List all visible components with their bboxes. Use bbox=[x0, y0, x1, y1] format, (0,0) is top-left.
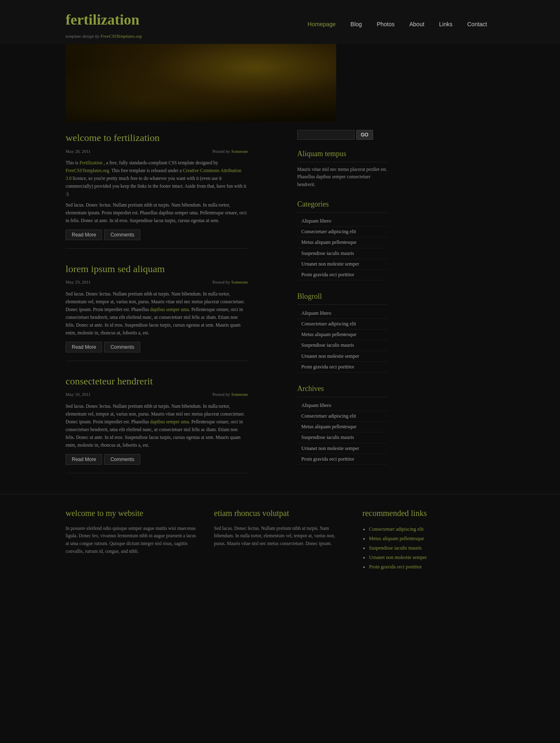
post-3-read-more[interactable]: Read More bbox=[66, 454, 102, 465]
list-item: Consectetuer adipiscing elit bbox=[297, 411, 387, 422]
footer-widgets: welcome to my website In posuere eleifen… bbox=[0, 494, 560, 584]
list-item: Metus aliquam pellentesque bbox=[297, 329, 387, 340]
archives-title: Archives bbox=[297, 383, 387, 397]
site-subtitle-link[interactable]: FreeCSSTemplates.org bbox=[100, 34, 142, 39]
search-input[interactable] bbox=[297, 130, 355, 140]
footer-col1-title: welcome to my website bbox=[66, 507, 198, 520]
freecss-link[interactable]: FreeCSSTemplates.org bbox=[66, 168, 109, 173]
nav-contact[interactable]: Contact bbox=[460, 16, 494, 32]
post-3-author: Posted by Someone bbox=[212, 391, 248, 398]
post-2: lorem ipsum sed aliquam May 29, 2011 Pos… bbox=[66, 261, 248, 361]
header: fertilization template design by FreeCSS… bbox=[0, 0, 560, 44]
post-1-body: This is Fertilization , a free, fully st… bbox=[66, 159, 248, 225]
post-1: welcome to fertilization May 28, 2011 Po… bbox=[66, 130, 248, 249]
post-1-actions: Read More Comments bbox=[66, 229, 248, 240]
post-1-meta: May 28, 2011 Posted by Someone bbox=[66, 148, 248, 155]
post-1-comments[interactable]: Comments bbox=[104, 229, 140, 240]
list-item: Suspendisse iaculis mauris bbox=[297, 340, 387, 351]
post-1-read-more[interactable]: Read More bbox=[66, 229, 102, 240]
archives-list: Aliquam libero Consectetuer adipiscing e… bbox=[297, 400, 387, 465]
post-1-date: May 28, 2011 bbox=[66, 148, 91, 155]
search-widget: GO bbox=[297, 130, 387, 140]
nav-links[interactable]: Links bbox=[432, 16, 460, 32]
footer-col-2: etiam rhoncus volutpat Sed lacus. Donec … bbox=[214, 507, 346, 572]
footer-col1-text: In posuere eleifend odio quisque semper … bbox=[66, 525, 198, 556]
list-item: Aliquam libero bbox=[297, 216, 387, 227]
post-3: consecteteur hendrerit May 10, 2011 Post… bbox=[66, 373, 248, 473]
post-2-title: lorem ipsum sed aliquam bbox=[66, 261, 248, 277]
dapibus-link-2[interactable]: dapibus semper uma bbox=[150, 307, 189, 312]
post-3-comments[interactable]: Comments bbox=[104, 454, 140, 465]
post-2-date: May 29, 2011 bbox=[66, 279, 91, 286]
nav-about[interactable]: About bbox=[402, 16, 432, 32]
dapibus-link-3[interactable]: dapibus semper uma bbox=[150, 419, 189, 424]
blogroll-list: Aliquam libero Consectetuer adipiscing e… bbox=[297, 308, 387, 373]
footer-col-1: welcome to my website In posuere eleifen… bbox=[66, 507, 198, 572]
blogroll-title: Blogroll bbox=[297, 291, 387, 305]
footer-links-list: Consectetuer adipiscing elit Metus aliqu… bbox=[362, 525, 494, 572]
list-item: Aliquam libero bbox=[297, 400, 387, 411]
fertilization-link[interactable]: Fertilization bbox=[80, 160, 102, 165]
footer-col-3: recommended links Consectetuer adipiscin… bbox=[362, 507, 494, 572]
content-area: welcome to fertilization May 28, 2011 Po… bbox=[66, 130, 248, 485]
post-2-comments[interactable]: Comments bbox=[104, 342, 140, 352]
list-item: Urnanet non molestie semper bbox=[297, 443, 387, 454]
list-item: Proin gravida orci porttitor bbox=[297, 270, 387, 280]
list-item: Proin gravida orci porttitor bbox=[297, 362, 387, 373]
nav-blog[interactable]: Blog bbox=[343, 16, 369, 32]
blogroll-widget: Blogroll Aliquam libero Consectetuer adi… bbox=[297, 291, 387, 373]
post-3-meta: May 10, 2011 Posted by Someone bbox=[66, 391, 248, 398]
list-item: Urnanet non molestie semper bbox=[369, 553, 494, 562]
list-item: Urnanet non molestie semper bbox=[297, 351, 387, 362]
list-item: Metus aliquam pellentesque bbox=[369, 534, 494, 543]
list-item: Consectetuer adipiscing elit bbox=[369, 525, 494, 534]
list-item: Consectetuer adipiscing elit bbox=[297, 319, 387, 329]
list-item: Consectetuer adipiscing elit bbox=[297, 227, 387, 237]
sidebar: GO Aliquam tempus Mauris vitae nisl nec … bbox=[297, 130, 387, 485]
post-1-title: welcome to fertilization bbox=[66, 130, 248, 145]
post-2-read-more[interactable]: Read More bbox=[66, 342, 102, 352]
main-nav: Homepage Blog Photos About Links Contact bbox=[300, 16, 494, 32]
post-3-date: May 10, 2011 bbox=[66, 391, 91, 398]
hero-image bbox=[66, 44, 336, 122]
hero-bee bbox=[66, 44, 336, 122]
nav-photos[interactable]: Photos bbox=[369, 16, 402, 32]
post-2-actions: Read More Comments bbox=[66, 342, 248, 352]
aliquam-title: Aliquam tempus bbox=[297, 148, 387, 162]
footer-col2-title: etiam rhoncus volutpat bbox=[214, 507, 346, 520]
post-2-meta: May 29, 2011 Posted by Someone bbox=[66, 279, 248, 286]
categories-list: Aliquam libero Consectetuer adipiscing e… bbox=[297, 216, 387, 280]
search-button[interactable]: GO bbox=[356, 130, 373, 140]
categories-title: Categories bbox=[297, 198, 387, 213]
categories-widget: Categories Aliquam libero Consectetuer a… bbox=[297, 198, 387, 280]
list-item: Metus aliquam pellentesque bbox=[297, 237, 387, 248]
list-item: Proin gravida orci porttitor bbox=[369, 562, 494, 572]
list-item: Urnanet non molestie semper bbox=[297, 259, 387, 270]
footer-col2-text: Sed lacus. Donec lectus. Nullam pretium … bbox=[214, 525, 346, 548]
site-subtitle: template design by FreeCSSTemplates.org bbox=[66, 33, 560, 40]
list-item: Proin gravida orci porttitor bbox=[297, 454, 387, 465]
post-2-body: Sed lacus. Donec lectus. Nullam pretium … bbox=[66, 290, 248, 337]
post-3-actions: Read More Comments bbox=[66, 454, 248, 465]
post-3-body: Sed lacus. Donec lectus. Nullam pretium … bbox=[66, 402, 248, 449]
list-item: Metus aliquam pellentesque bbox=[297, 422, 387, 432]
aliquam-widget: Aliquam tempus Mauris vitae nisl nec met… bbox=[297, 148, 387, 188]
aliquam-text: Mauris vitae nisl nec metus placerat per… bbox=[297, 166, 387, 188]
nav-homepage[interactable]: Homepage bbox=[300, 16, 343, 32]
post-3-title: consecteteur hendrerit bbox=[66, 373, 248, 389]
list-item: Suspendisse iaculis mauris bbox=[297, 248, 387, 259]
list-item: Aliquam libero bbox=[297, 308, 387, 319]
list-item: Suspendisse iaculis mauris bbox=[369, 543, 494, 553]
post-2-author: Posted by Someone bbox=[212, 279, 248, 286]
post-1-author: Posted by Someone bbox=[212, 148, 248, 155]
main-layout: welcome to fertilization May 28, 2011 Po… bbox=[66, 122, 494, 485]
footer-col3-title: recommended links bbox=[362, 507, 494, 520]
list-item: Suspendisse iaculis mauris bbox=[297, 432, 387, 443]
archives-widget: Archives Aliquam libero Consectetuer adi… bbox=[297, 383, 387, 465]
